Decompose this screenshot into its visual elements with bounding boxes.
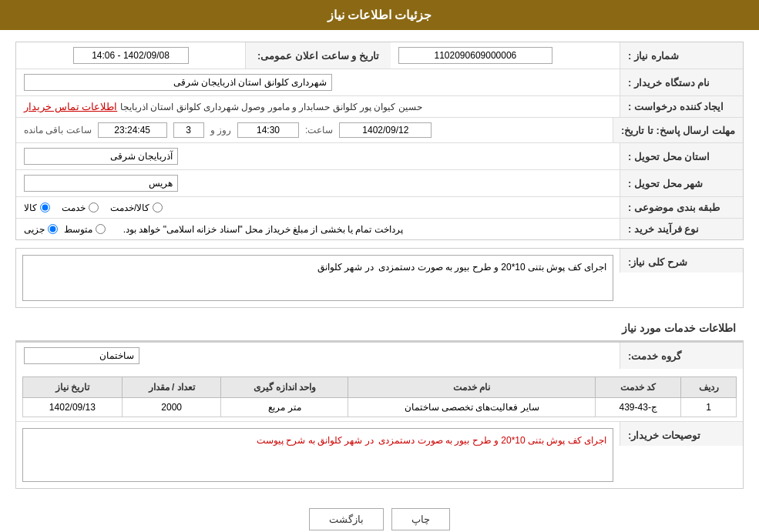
province-label: استان محل تحویل : (620, 143, 743, 169)
col-header-qty: تعداد / مقدار (122, 377, 221, 398)
radio-motavasset-input[interactable] (96, 224, 106, 234)
cell-code: ج-43-439 (596, 398, 681, 417)
need-desc-label: شرح کلی نیاز: (620, 249, 743, 273)
services-table: ردیف کد خدمت نام خدمت واحد اندازه گیری ت… (22, 376, 737, 417)
service-group-label: گروه خدمت: (620, 343, 743, 369)
service-group-box: ساختمان (24, 347, 139, 364)
row-purchase-type: نوع فرآیند خرید : پرداخت تمام یا بخشی از… (16, 218, 743, 239)
print-button[interactable]: چاپ (391, 508, 450, 530)
creator-value: حسین کیوان پور کلوانق حسابدار و مامور وص… (16, 96, 620, 117)
category-label: طبقه بندی موضوعی : (620, 197, 743, 218)
cell-row: 1 (681, 398, 737, 417)
radio-kala-label: کالا (24, 202, 37, 213)
purchase-type-text: پرداخت تمام یا بخشی از مبلغ خریداز محل "… (123, 224, 403, 235)
header-title: جزئیات اطلاعات نیاز (327, 8, 432, 22)
buyer-label: نام دستگاه خریدار : (620, 69, 743, 95)
row-deadline: مهلت ارسال پاسخ: تا تاریخ: 1402/09/12 سا… (16, 117, 743, 142)
cell-name: سایر فعالیت‌های تخصصی ساختمان (348, 398, 596, 417)
deadline-label: مهلت ارسال پاسخ: تا تاریخ: (613, 118, 743, 142)
deadline-remain-box: 23:24:45 (98, 122, 167, 138)
deadline-value: 1402/09/12 ساعت: 14:30 روز و 3 23:24:45 … (16, 118, 613, 142)
main-info-section: شماره نیاز : 1102090609000006 تاریخ و سا… (15, 42, 744, 240)
row-need-number: شماره نیاز : 1102090609000006 تاریخ و سا… (16, 42, 743, 69)
row-category: طبقه بندی موضوعی : کالا/خدمت خدمت (16, 196, 743, 218)
col-header-code: کد خدمت (596, 377, 681, 398)
row-creator: ایجاد کننده درخواست : حسین کیوان پور کلو… (16, 95, 743, 117)
purchase-type-value: پرداخت تمام یا بخشی از مبلغ خریداز محل "… (16, 219, 620, 239)
category-value: کالا/خدمت خدمت کالا (16, 197, 620, 218)
need-desc-value (16, 249, 620, 307)
city-box: هریس (24, 175, 178, 192)
creator-label: ایجاد کننده درخواست : (620, 96, 743, 117)
radio-kala[interactable]: کالا (24, 202, 50, 213)
radio-kala-input[interactable] (40, 202, 50, 212)
buyer-notes-label: توصیحات خریدار: (620, 422, 743, 446)
service-group-section: گروه خدمت: ساختمان ردیف کد خدمت نام خدمت… (15, 342, 744, 489)
deadline-days-label: روز و (210, 125, 231, 136)
radio-jozi-input[interactable] (48, 224, 58, 234)
table-row: 1 ج-43-439 سایر فعالیت‌های تخصصی ساختمان… (23, 398, 737, 417)
need-number-value: 1102090609000006 (391, 42, 620, 69)
col-header-unit: واحد اندازه گیری (221, 377, 348, 398)
col-header-name: نام خدمت (348, 377, 596, 398)
need-desc-section: شرح کلی نیاز: (15, 248, 744, 308)
page-header: جزئیات اطلاعات نیاز (0, 0, 759, 30)
radio-motavasset-label: متوسط (64, 224, 92, 235)
table-header-row: ردیف کد خدمت نام خدمت واحد اندازه گیری ت… (23, 377, 737, 398)
contact-link[interactable]: اطلاعات تماس خریدار (24, 101, 117, 112)
purchase-type-label: نوع فرآیند خرید : (620, 219, 743, 239)
deadline-days-box: 3 (173, 122, 204, 138)
deadline-date-box: 1402/09/12 (339, 122, 432, 138)
col-header-date: تاریخ نیاز (23, 377, 123, 398)
announce-date-label: تاریخ و ساعت اعلان عمومی: (245, 42, 391, 69)
city-value: هریس (16, 170, 620, 196)
buyer-value: شهرداری کلوانق استان اذربایجان شرقی (16, 69, 620, 95)
need-number-label: شماره نیاز : (620, 42, 743, 69)
page-wrapper: جزئیات اطلاعات نیاز شماره نیاز : 1102090… (0, 0, 759, 532)
services-table-wrapper: ردیف کد خدمت نام خدمت واحد اندازه گیری ت… (16, 369, 743, 421)
province-value: آذربایجان شرقی (16, 143, 620, 169)
back-button[interactable]: بازگشت (309, 508, 384, 530)
announce-date-box: 1402/09/08 - 14:06 (73, 47, 189, 64)
radio-khedmat-label: خدمت (62, 202, 86, 213)
radio-kala-khedmat-input[interactable] (153, 202, 163, 212)
buyer-notes-value (16, 422, 620, 488)
col-header-row: ردیف (681, 377, 737, 398)
need-number-box: 1102090609000006 (398, 47, 552, 64)
announce-date-value: 1402/09/08 - 14:06 (16, 42, 245, 69)
radio-kala-khedmat[interactable]: کالا/خدمت (110, 202, 163, 213)
deadline-time-label: ساعت: (305, 125, 333, 136)
row-service-group: گروه خدمت: ساختمان (16, 343, 743, 369)
row-buyer-notes: توصیحات خریدار: (16, 421, 743, 488)
radio-khedmat-input[interactable] (89, 202, 99, 212)
buyer-box: شهرداری کلوانق استان اذربایجان شرقی (24, 74, 332, 91)
buttons-row: چاپ بازگشت (15, 497, 744, 532)
deadline-remain-label: ساعت باقی مانده (24, 125, 92, 136)
cell-date: 1402/09/13 (23, 398, 123, 417)
buyer-notes-textarea[interactable] (22, 428, 613, 482)
cell-unit: متر مربع (221, 398, 348, 417)
city-label: شهر محل تحویل : (620, 170, 743, 196)
radio-khedmat[interactable]: خدمت (62, 202, 99, 213)
deadline-row: 1402/09/12 ساعت: 14:30 روز و 3 23:24:45 … (24, 122, 432, 138)
category-radio-group: کالا/خدمت خدمت کالا (24, 202, 163, 213)
radio-kala-khedmat-label: کالا/خدمت (110, 202, 149, 213)
row-province: استان محل تحویل : آذربایجان شرقی (16, 142, 743, 169)
deadline-time-box: 14:30 (237, 122, 299, 138)
row-buyer: نام دستگاه خریدار : شهرداری کلوانق استان… (16, 69, 743, 95)
province-box: آذربایجان شرقی (24, 148, 178, 165)
purchase-type-row: پرداخت تمام یا بخشی از مبلغ خریداز محل "… (24, 224, 403, 235)
service-group-value: ساختمان (16, 343, 620, 369)
radio-motavasset[interactable]: متوسط (64, 224, 106, 235)
radio-jozi-label: جزیی (24, 224, 45, 235)
cell-qty: 2000 (122, 398, 221, 417)
radio-jozi[interactable]: جزیی (24, 224, 58, 235)
creator-text: حسین کیوان پور کلوانق حسابدار و مامور وص… (120, 102, 422, 112)
main-content: شماره نیاز : 1102090609000006 تاریخ و سا… (0, 30, 759, 532)
need-desc-textarea[interactable] (22, 255, 613, 301)
row-need-desc: شرح کلی نیاز: (16, 249, 743, 307)
row-city: شهر محل تحویل : هریس (16, 169, 743, 196)
services-title: اطلاعات خدمات مورد نیاز (15, 316, 744, 342)
